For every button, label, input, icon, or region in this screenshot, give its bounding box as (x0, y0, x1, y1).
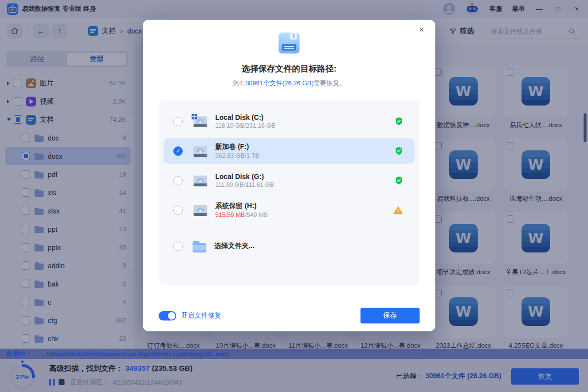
drive-row-f-selected[interactable]: ✓ 新加卷 (F:) 962.83 GB/1 TB (163, 138, 415, 164)
warning-icon (393, 206, 403, 214)
drive-row-c[interactable]: Local Disk (C:) 118.10 GB/231.16 GB (163, 108, 415, 134)
app-window: 易我数据恢复 专业版 终身 客服 菜单 — □ × (0, 0, 588, 392)
radio-unselected[interactable] (173, 242, 183, 251)
dialog-close-icon[interactable]: × (417, 25, 426, 35)
drive-name: 系统保留 (H:) (215, 202, 268, 211)
disk-icon (192, 203, 208, 217)
safe-shield-icon (395, 146, 403, 155)
drive-name: Local Disk (C:) (215, 113, 275, 121)
folder-icon (192, 240, 207, 252)
disk-icon (192, 143, 208, 158)
list-divider (169, 228, 409, 228)
disk-icon (192, 173, 208, 188)
dialog-subtitle: 您有30961个文件(26.26 GB)需要恢复。 (143, 79, 435, 88)
radio-unselected[interactable] (173, 206, 183, 215)
dialog-title: 选择保存文件的目标路径: (143, 63, 435, 74)
safe-shield-icon (395, 176, 403, 185)
repair-toggle-on[interactable] (159, 311, 176, 321)
drive-low-space: 515.59 MB (215, 212, 245, 218)
drive-list: Local Disk (C:) 118.10 GB/231.16 GB ✓ (159, 100, 420, 285)
repair-toggle-label: 开启文件修复 (181, 311, 221, 320)
browse-folder-row[interactable]: 选择文件夹... (163, 233, 415, 259)
subtitle-highlight: 30961个文件(26.26 GB) (245, 79, 314, 87)
system-disk-icon (192, 114, 208, 129)
drive-capacity: 515.59 MB/549 MB (215, 212, 268, 218)
drive-capacity: 111.50 GB/111.61 GB (215, 181, 274, 188)
drive-name: 新加卷 (F:) (215, 143, 259, 151)
browse-folder-label: 选择文件夹... (214, 242, 255, 250)
drive-row-g[interactable]: Local Disk (G:) 111.50 GB/111.61 GB (163, 168, 415, 193)
radio-unselected[interactable] (173, 176, 183, 185)
drive-name: Local Disk (G:) (215, 173, 274, 180)
save-path-dialog: × 选择保存文件的目标路径: 您有30961个文件(26.26 GB)需要恢复。 (143, 20, 435, 331)
drive-capacity: 962.83 GB/1 TB (215, 152, 259, 159)
radio-unselected[interactable] (173, 117, 183, 126)
save-disk-icon (276, 30, 302, 56)
dialog-footer: 开启文件修复 保存 (143, 300, 435, 331)
drive-capacity: 118.10 GB/231.16 GB (215, 122, 275, 129)
safe-shield-icon (395, 117, 403, 126)
drive-total: /549 MB (245, 212, 268, 218)
drive-row-h[interactable]: 系统保留 (H:) 515.59 MB/549 MB (163, 197, 415, 223)
save-button[interactable]: 保存 (360, 308, 420, 323)
subtitle-prefix: 您有 (232, 79, 245, 87)
subtitle-suffix: 需要恢复。 (314, 79, 346, 87)
radio-selected[interactable]: ✓ (173, 146, 183, 156)
